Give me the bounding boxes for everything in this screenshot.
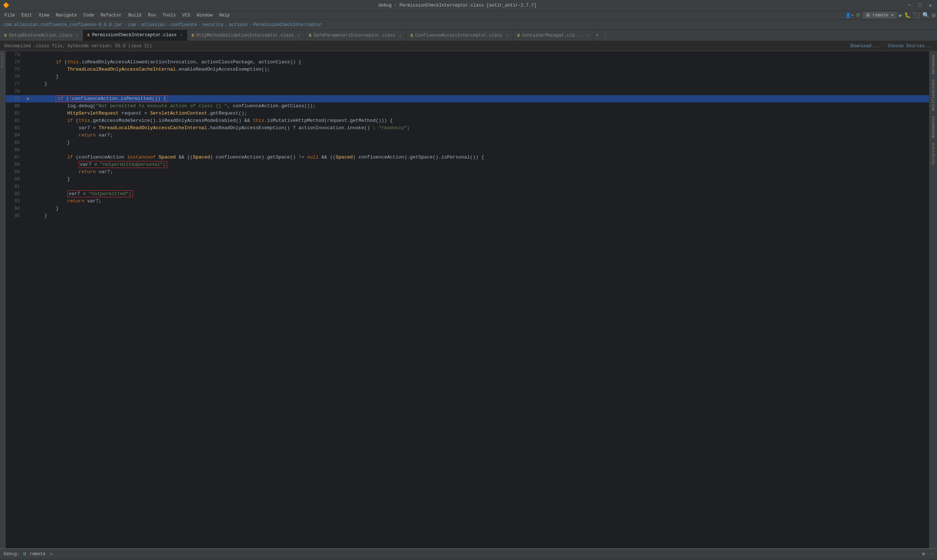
structure-tab[interactable]: Structure: [931, 140, 936, 166]
code-line-86: 86: [6, 146, 929, 154]
run-button[interactable]: ▶: [899, 12, 903, 19]
code-line-90: 90 }: [6, 176, 929, 183]
tab-container-manager[interactable]: C ContainerManager.cla... ✕: [513, 30, 594, 41]
tab-icon-c2: C: [88, 33, 90, 37]
menu-file[interactable]: File: [2, 12, 18, 18]
code-line-83: 83 var7 = ThreadLocalReadOnlyAccessCache…: [6, 125, 929, 132]
debug-panel: Debug: 🖥 remote ✕ ⚙ ─ Debugger Console ≡…: [0, 548, 937, 560]
project-icon[interactable]: Project: [0, 51, 6, 69]
left-gutter: Project: [0, 51, 6, 548]
debug-settings[interactable]: ⚙: [922, 551, 925, 557]
breadcrumb-com[interactable]: com: [128, 22, 136, 28]
menu-view[interactable]: View: [36, 12, 52, 18]
code-line-95: 95 }: [6, 212, 929, 220]
menu-refactor[interactable]: Refactor: [98, 12, 125, 18]
code-line-79: 79 ⊙ if (!confluenceAction.isPermitted()…: [6, 95, 929, 103]
window-title: debug - PermissionCheckInterceptor.class…: [9, 3, 906, 8]
settings-button[interactable]: ⚙: [932, 12, 935, 19]
tab-icon-c3: C: [192, 33, 194, 38]
code-line-92: 92 var7 = "notpermitted";: [6, 190, 929, 198]
debug-button[interactable]: 🐛: [905, 12, 911, 18]
tab-permission-check[interactable]: C PermissionCheckInterceptor.class ✕: [83, 30, 188, 41]
tab-http-method[interactable]: C HttpMethodValidationInterceptor.class …: [188, 30, 305, 41]
code-line-89: 89 return var7;: [6, 168, 929, 176]
bookmarks-tab[interactable]: Bookmarks: [931, 114, 936, 140]
tab-icon-c4: C: [309, 33, 311, 38]
debug-close-icon[interactable]: ✕: [50, 551, 52, 557]
tabs-overflow[interactable]: ▾: [594, 30, 601, 41]
code-line-81: 81 HttpServletRequest request = ServletA…: [6, 110, 929, 117]
database-tab[interactable]: Database: [931, 53, 936, 77]
breadcrumb-class[interactable]: PermissionCheckInterceptor: [253, 22, 322, 28]
tab-confluence-access[interactable]: C ConfluenceAccessInterceptor.class ✕: [406, 30, 513, 41]
vcs-update-button[interactable]: ⟳: [856, 12, 860, 18]
code-line-93: 93 return var7;: [6, 198, 929, 205]
notifications-tab[interactable]: Notifications: [931, 77, 936, 113]
code-line-84: 84 return var7;: [6, 132, 929, 139]
breadcrumb-atlassian[interactable]: atlassian: [141, 22, 165, 28]
code-line-80: 80 log.debug("Not permitted to execute a…: [6, 103, 929, 110]
menu-tools[interactable]: Tools: [160, 12, 178, 18]
breadcrumb-confluence[interactable]: confluence: [171, 22, 197, 28]
breadcrumb: com.atlassian.confluence_confluence-8.6.…: [0, 20, 937, 30]
title-bar: 🔶 debug - PermissionCheckInterceptor.cla…: [0, 0, 937, 11]
tab-close-setup[interactable]: ✕: [76, 33, 78, 38]
app-logo: 🔶: [3, 2, 9, 8]
code-line-74: 74 if (this.isReadOnlyAccessAllowed(acti…: [6, 58, 929, 66]
menu-run[interactable]: Run: [145, 12, 159, 18]
menu-code[interactable]: Code: [80, 12, 97, 18]
code-line-91: 91: [6, 183, 929, 190]
code-line-76: 76 }: [6, 73, 929, 80]
tab-setup-restore[interactable]: C SetupRestoreAction.class ✕: [0, 30, 83, 41]
close-button[interactable]: ✕: [927, 2, 934, 8]
menu-navigate[interactable]: Navigate: [53, 12, 80, 18]
code-line-75: 75 ThreadLocalReadOnlyAccessCacheInterna…: [6, 66, 929, 73]
menu-bar: File Edit View Navigate Code Refactor Bu…: [0, 11, 937, 20]
maximize-button[interactable]: □: [916, 2, 923, 8]
code-editor[interactable]: 73 74 if (this.isReadOnlyAccessAllowed(a…: [6, 51, 929, 548]
debug-label: Debug:: [4, 552, 19, 557]
menu-build[interactable]: Build: [125, 12, 144, 18]
download-link[interactable]: Download...: [850, 43, 879, 49]
debug-minimize[interactable]: ─: [931, 552, 933, 557]
code-line-73: 73: [6, 51, 929, 58]
breadcrumb-security[interactable]: security: [202, 22, 224, 28]
tabs-bar: C SetupRestoreAction.class ✕ C Permissio…: [0, 30, 937, 41]
right-vertical-tabs: Database Notifications Bookmarks Structu…: [929, 51, 937, 548]
menu-window[interactable]: Window: [194, 12, 215, 18]
decompiled-message: Decompiled .class file, bytecode version…: [5, 43, 152, 49]
debug-session-icon: 🖥: [22, 551, 27, 557]
code-line-94: 94 }: [6, 205, 929, 212]
tab-close-http[interactable]: ✕: [298, 33, 300, 38]
stop-button[interactable]: ⬛: [913, 12, 920, 19]
search-button[interactable]: 🔍: [922, 12, 930, 19]
code-line-88: 88 var7 = "notpermittedpersonal";: [6, 161, 929, 168]
tab-icon-c6: C: [517, 33, 520, 38]
breadcrumb-actions[interactable]: actions: [229, 22, 248, 28]
decompiled-bar: Decompiled .class file, bytecode version…: [0, 41, 937, 51]
debug-header: Debug: 🖥 remote ✕ ⚙ ─: [0, 549, 937, 559]
main-area: Project 73 74 if (this.isReadOnlyAccessA…: [0, 51, 937, 548]
menu-help[interactable]: Help: [216, 12, 233, 18]
tab-close-perm[interactable]: ✕: [180, 32, 183, 37]
code-line-85: 85 }: [6, 139, 929, 146]
tab-close-conf[interactable]: ✕: [506, 33, 508, 38]
tabs-menu[interactable]: ⋮: [601, 30, 609, 41]
tab-close-cont[interactable]: ✕: [586, 33, 589, 38]
tab-close-safe[interactable]: ✕: [399, 33, 402, 38]
minimize-button[interactable]: ─: [906, 2, 913, 8]
code-line-87: 87 if (confluenceAction instanceof Space…: [6, 154, 929, 161]
tab-icon-c5: C: [411, 33, 413, 38]
remote-dropdown[interactable]: 🖥 remote ▾: [863, 12, 897, 18]
tab-icon-c: C: [5, 33, 7, 38]
choose-sources-link[interactable]: Choose Sources...: [888, 43, 932, 49]
debug-session-label[interactable]: remote: [30, 552, 45, 557]
code-line-82: 82 if (this.getAccessModeService().isRea…: [6, 117, 929, 125]
menu-edit[interactable]: Edit: [18, 12, 35, 18]
tab-safe-params[interactable]: C SafeParametersInterceptor.class ✕: [305, 30, 406, 41]
breadcrumb-jar[interactable]: com.atlassian.confluence_confluence-8.6.…: [4, 22, 122, 28]
menu-vcs[interactable]: VCS: [179, 12, 193, 18]
profile-button[interactable]: 👤▾: [845, 12, 854, 18]
code-line-77: 77 }: [6, 80, 929, 88]
code-line-78: 78: [6, 88, 929, 95]
